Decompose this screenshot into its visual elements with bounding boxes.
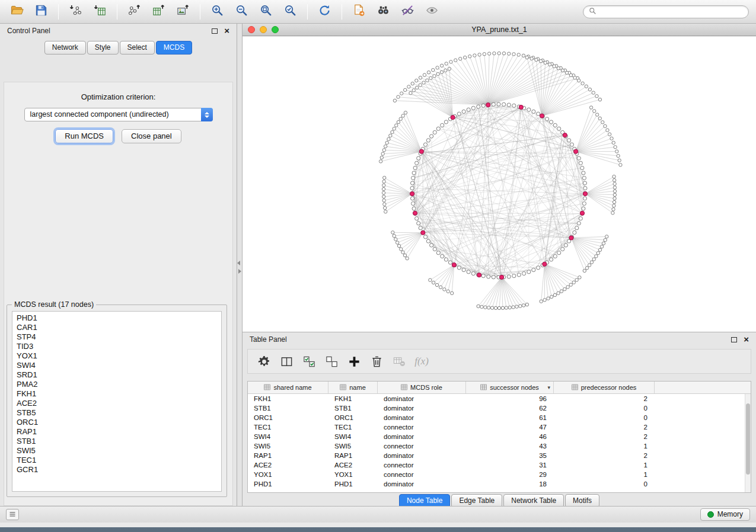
- deselect-all-button[interactable]: [323, 352, 340, 370]
- mcds-result-item[interactable]: PMA2: [12, 380, 221, 389]
- refresh-button[interactable]: [315, 2, 334, 21]
- table-cell[interactable]: RAP1: [328, 452, 378, 459]
- maximize-window-icon[interactable]: [272, 26, 279, 33]
- table-cell[interactable]: SWI4: [248, 433, 328, 440]
- table-cell[interactable]: dominator: [378, 452, 466, 459]
- table-cell[interactable]: 47: [466, 424, 554, 431]
- criterion-select[interactable]: largest connected component (undirected): [24, 108, 213, 121]
- scrollbar-thumb[interactable]: [746, 403, 750, 475]
- table-cell[interactable]: ACE2: [328, 462, 378, 469]
- table-row[interactable]: ORC1ORC1dominator610: [248, 413, 745, 422]
- table-cell[interactable]: 18: [466, 480, 554, 488]
- table-cell[interactable]: SWI5: [328, 443, 378, 450]
- table-cell[interactable]: dominator: [378, 414, 466, 421]
- zoom-out-button[interactable]: [232, 2, 251, 21]
- gear-button[interactable]: [255, 352, 273, 370]
- table-cell[interactable]: 2: [554, 433, 655, 440]
- table-cell[interactable]: 0: [554, 414, 655, 421]
- column-header-shared-name[interactable]: shared name: [248, 382, 328, 393]
- mcds-result-item[interactable]: TEC1: [12, 456, 221, 465]
- table-cell[interactable]: 1: [554, 443, 655, 450]
- export-table-button[interactable]: [149, 2, 168, 21]
- table-cell[interactable]: TEC1: [328, 424, 378, 431]
- tab-mcds[interactable]: MCDS: [156, 41, 192, 55]
- table-row[interactable]: STB1STB1dominator620: [248, 403, 745, 413]
- mcds-result-item[interactable]: RAP1: [12, 427, 221, 437]
- zoom-fit-button[interactable]: [256, 2, 275, 21]
- table-cell[interactable]: 29: [466, 471, 554, 478]
- table-cell[interactable]: YOX1: [328, 471, 378, 478]
- table-cell[interactable]: PHD1: [248, 480, 328, 488]
- table-cell[interactable]: 1: [554, 471, 655, 478]
- table-cell[interactable]: SWI5: [248, 443, 328, 450]
- table-cell[interactable]: ORC1: [248, 414, 328, 421]
- column-header-predecessor-nodes[interactable]: predecessor nodes: [554, 382, 655, 393]
- table-cell[interactable]: FKH1: [328, 395, 378, 402]
- column-sort-dropdown-icon[interactable]: ▾: [547, 384, 550, 390]
- mcds-result-item[interactable]: TID3: [12, 342, 221, 351]
- show-details-button[interactable]: [422, 2, 441, 21]
- mcds-result-item[interactable]: STB5: [12, 408, 221, 418]
- table-cell[interactable]: YOX1: [248, 471, 328, 478]
- table-cell[interactable]: 2: [554, 452, 655, 459]
- table-cell[interactable]: 2: [554, 395, 655, 402]
- table-cell[interactable]: 0: [554, 480, 655, 488]
- minimize-window-icon[interactable]: [260, 26, 267, 33]
- panel-splitter[interactable]: [237, 24, 242, 511]
- table-row[interactable]: RAP1RAP1dominator352: [248, 451, 745, 460]
- close-window-icon[interactable]: [248, 26, 255, 33]
- table-row[interactable]: TEC1TEC1connector472: [248, 422, 745, 432]
- open-session-button[interactable]: [7, 2, 26, 21]
- table-cell[interactable]: connector: [378, 471, 466, 478]
- run-mcds-button[interactable]: Run MCDS: [55, 129, 113, 143]
- table-cell[interactable]: dominator: [378, 433, 466, 440]
- panel-menu-button[interactable]: [6, 509, 19, 520]
- find-button[interactable]: [374, 2, 393, 21]
- table-cell[interactable]: 35: [466, 452, 554, 459]
- table-cell[interactable]: 62: [466, 405, 554, 412]
- mcds-result-item[interactable]: SWI5: [12, 446, 221, 456]
- import-table-button[interactable]: [90, 2, 109, 21]
- table-cell[interactable]: 2: [554, 424, 655, 431]
- select-all-button[interactable]: [300, 352, 318, 370]
- export-image-button[interactable]: [173, 2, 192, 21]
- import-network-button[interactable]: [66, 2, 85, 21]
- table-cell[interactable]: 46: [466, 433, 554, 440]
- float-table-panel-icon[interactable]: [731, 337, 737, 342]
- mcds-result-item[interactable]: STB1: [12, 437, 221, 446]
- table-row[interactable]: YOX1YOX1connector291: [248, 470, 745, 479]
- mcds-result-item[interactable]: SRD1: [12, 370, 221, 380]
- table-cell[interactable]: dominator: [378, 405, 466, 412]
- tab-select[interactable]: Select: [120, 41, 155, 55]
- network-canvas[interactable]: [243, 37, 756, 332]
- table-cell[interactable]: ORC1: [328, 414, 378, 421]
- table-cell[interactable]: 61: [466, 414, 554, 421]
- tab-style[interactable]: Style: [87, 41, 119, 55]
- table-cell[interactable]: STB1: [248, 405, 328, 412]
- float-panel-icon[interactable]: [212, 28, 218, 34]
- close-table-panel-icon[interactable]: ×: [744, 336, 749, 342]
- search-input[interactable]: [599, 8, 743, 16]
- save-session-button[interactable]: [31, 2, 50, 21]
- zoom-selected-button[interactable]: [280, 2, 299, 21]
- export-network-button[interactable]: [125, 2, 143, 21]
- table-row[interactable]: PHD1PHD1dominator180: [248, 479, 745, 489]
- table-row[interactable]: SWI4SWI4dominator462: [248, 432, 745, 441]
- column-header-name[interactable]: name: [328, 382, 378, 393]
- share-document-button[interactable]: [349, 2, 368, 21]
- table-cell[interactable]: SWI4: [328, 433, 378, 440]
- table-cell[interactable]: 1: [554, 462, 655, 469]
- table-cell[interactable]: dominator: [378, 395, 466, 402]
- close-panel-icon[interactable]: ×: [224, 28, 229, 34]
- tab-network[interactable]: Network: [44, 41, 86, 55]
- table-cell[interactable]: connector: [378, 462, 466, 469]
- split-panel-button[interactable]: [277, 352, 295, 370]
- mcds-result-item[interactable]: PHD1: [12, 313, 221, 323]
- mcds-result-item[interactable]: YOX1: [12, 351, 221, 361]
- close-mcds-panel-button[interactable]: Close panel: [122, 129, 181, 143]
- table-cell[interactable]: 96: [466, 395, 554, 402]
- mcds-result-item[interactable]: ORC1: [12, 418, 221, 427]
- mcds-result-item[interactable]: ACE2: [12, 399, 221, 408]
- mcds-result-list[interactable]: PHD1CAR1STP4TID3YOX1SWI4SRD1PMA2FKH1ACE2…: [12, 311, 222, 492]
- mcds-result-item[interactable]: STP4: [12, 332, 221, 342]
